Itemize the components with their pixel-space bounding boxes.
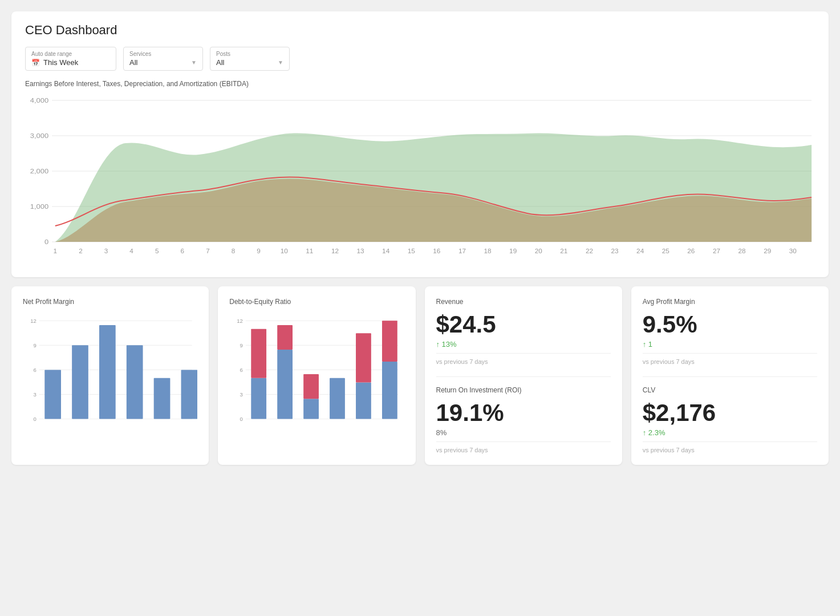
svg-text:1: 1 [54, 248, 58, 254]
svg-text:12: 12 [331, 248, 339, 254]
svg-rect-67 [251, 329, 267, 378]
services-chevron-icon: ▼ [191, 59, 197, 66]
svg-text:6: 6 [240, 367, 243, 373]
svg-rect-73 [356, 382, 371, 419]
svg-rect-72 [330, 378, 345, 419]
svg-text:26: 26 [687, 248, 695, 254]
svg-rect-55 [181, 370, 198, 419]
services-value: All [129, 58, 137, 67]
ebitda-svg: 4,000 3,000 2,000 1,000 0 1 2 3 4 [25, 95, 815, 266]
svg-text:3: 3 [240, 391, 243, 398]
bottom-row: Net Profit Margin 12 9 6 3 0 [11, 286, 829, 465]
svg-text:9: 9 [257, 248, 261, 254]
ebitda-section: Earnings Before Interest, Taxes, Depreci… [25, 80, 815, 266]
svg-text:17: 17 [458, 248, 466, 254]
svg-text:6: 6 [34, 367, 36, 373]
svg-text:30: 30 [789, 248, 797, 254]
ebitda-title: Earnings Before Interest, Taxes, Depreci… [25, 80, 815, 88]
net-profit-card: Net Profit Margin 12 9 6 3 0 [11, 286, 209, 465]
svg-text:12: 12 [237, 318, 244, 324]
avg-profit-note: vs previous 7 days [643, 353, 817, 365]
svg-rect-74 [356, 333, 371, 382]
svg-text:22: 22 [586, 248, 593, 254]
posts-label: Posts [216, 51, 283, 57]
avg-profit-clv-card: Avg Profit Margin 9.5% ↑ 1 vs previous 7… [631, 286, 829, 465]
svg-rect-52 [99, 325, 116, 419]
svg-text:16: 16 [433, 248, 440, 254]
svg-text:1,000: 1,000 [30, 203, 49, 210]
svg-text:23: 23 [611, 248, 619, 254]
posts-filter[interactable]: Posts All ▼ [210, 47, 290, 71]
svg-text:8: 8 [232, 248, 236, 254]
clv-value: $2,176 [643, 401, 817, 425]
net-profit-chart: 12 9 6 3 0 [23, 313, 197, 438]
svg-text:15: 15 [408, 248, 415, 254]
avg-profit-kpi: Avg Profit Margin 9.5% ↑ 1 vs previous 7… [643, 298, 817, 365]
roi-change: 8% [436, 428, 611, 437]
svg-text:0: 0 [34, 416, 36, 422]
clv-kpi: CLV $2,176 ↑ 2.3% vs previous 7 days [643, 376, 817, 453]
page-title: CEO Dashboard [25, 23, 815, 38]
ebitda-chart: 4,000 3,000 2,000 1,000 0 1 2 3 4 [25, 95, 815, 266]
svg-rect-76 [382, 321, 397, 362]
svg-text:2,000: 2,000 [30, 168, 49, 175]
revenue-change: ↑ 13% [436, 340, 611, 348]
debt-equity-card: Debt-to-Equity Ratio 12 9 6 3 0 [218, 286, 415, 465]
svg-text:9: 9 [34, 342, 36, 348]
svg-text:14: 14 [382, 248, 389, 254]
dashboard: CEO Dashboard Auto date range 📅 This Wee… [11, 11, 829, 465]
svg-text:19: 19 [509, 248, 517, 254]
svg-text:21: 21 [560, 248, 567, 254]
avg-profit-title: Avg Profit Margin [643, 298, 817, 306]
revenue-roi-card: Revenue $24.5 ↑ 13% vs previous 7 days R… [425, 286, 622, 465]
posts-row: All ▼ [216, 58, 283, 67]
svg-rect-53 [127, 345, 143, 419]
svg-text:7: 7 [206, 248, 210, 254]
svg-text:3,000: 3,000 [30, 132, 49, 140]
svg-rect-75 [382, 362, 397, 419]
net-profit-title: Net Profit Margin [23, 298, 197, 306]
svg-text:3: 3 [104, 248, 108, 254]
svg-text:18: 18 [484, 248, 492, 254]
filters-bar: Auto date range 📅 This Week Services All… [25, 47, 815, 71]
svg-text:6: 6 [181, 248, 185, 254]
svg-text:13: 13 [357, 248, 364, 254]
date-range-value: 📅 This Week [31, 58, 110, 67]
main-card: CEO Dashboard Auto date range 📅 This Wee… [11, 11, 829, 277]
svg-text:9: 9 [240, 342, 243, 348]
revenue-note: vs previous 7 days [436, 353, 611, 365]
svg-text:4,000: 4,000 [30, 97, 49, 104]
services-row: All ▼ [129, 58, 197, 67]
svg-text:0: 0 [240, 416, 243, 422]
svg-text:10: 10 [281, 248, 288, 254]
revenue-kpi: Revenue $24.5 ↑ 13% vs previous 7 days [436, 298, 611, 365]
clv-change: ↑ 2.3% [643, 428, 817, 437]
svg-rect-71 [303, 374, 319, 399]
debt-equity-chart: 12 9 6 3 0 [229, 313, 404, 438]
clv-title: CLV [643, 386, 817, 394]
services-label: Services [129, 51, 197, 57]
svg-text:3: 3 [34, 391, 36, 398]
svg-text:25: 25 [662, 248, 669, 254]
svg-text:2: 2 [79, 248, 83, 254]
revenue-title: Revenue [436, 298, 611, 306]
svg-text:0: 0 [44, 238, 49, 246]
svg-text:12: 12 [30, 318, 36, 324]
services-filter[interactable]: Services All ▼ [123, 47, 203, 71]
debt-equity-title: Debt-to-Equity Ratio [229, 298, 404, 306]
svg-text:29: 29 [764, 248, 771, 254]
svg-rect-50 [44, 370, 61, 419]
svg-text:5: 5 [155, 248, 159, 254]
roi-kpi: Return On Investment (ROI) 19.1% 8% vs p… [436, 376, 611, 453]
svg-rect-69 [277, 325, 293, 350]
posts-chevron-icon: ▼ [278, 59, 283, 66]
date-range-label: Auto date range [31, 51, 110, 57]
clv-note: vs previous 7 days [643, 441, 817, 453]
svg-rect-66 [251, 378, 267, 419]
calendar-icon: 📅 [31, 59, 40, 67]
net-profit-svg: 12 9 6 3 0 [23, 313, 197, 438]
date-range-filter[interactable]: Auto date range 📅 This Week [25, 47, 116, 71]
roi-note: vs previous 7 days [436, 441, 611, 453]
roi-title: Return On Investment (ROI) [436, 386, 611, 394]
revenue-value: $24.5 [436, 313, 611, 337]
